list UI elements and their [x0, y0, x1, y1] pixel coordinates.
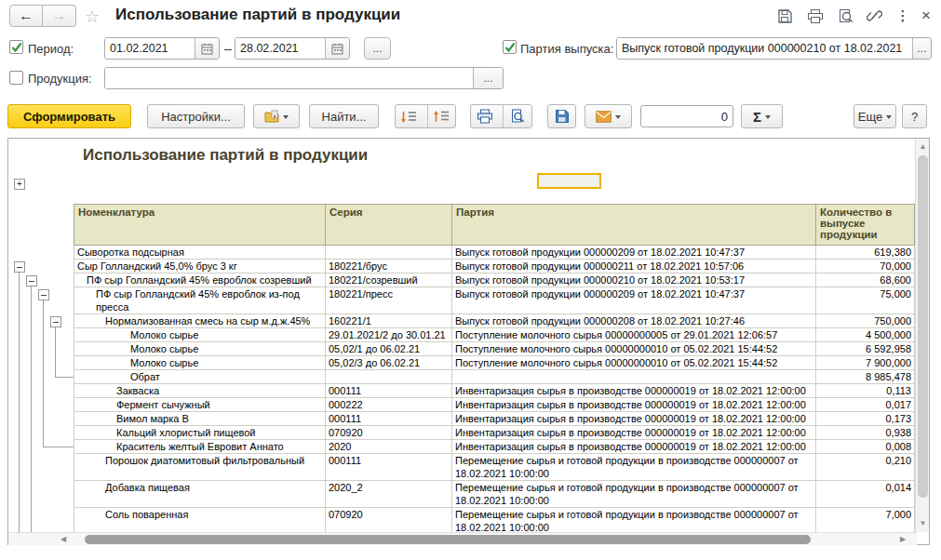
dropdown-caret-icon [765, 115, 771, 122]
horizontal-scrollbar[interactable]: ◀ ▶ [8, 532, 917, 545]
col-header-batch[interactable]: Партия [452, 205, 816, 246]
product-input[interactable] [105, 68, 473, 88]
print-preview-report-button[interactable] [503, 105, 531, 127]
forward-button[interactable]: → [43, 5, 76, 27]
period-from-field-group [104, 37, 220, 60]
close-icon[interactable]: × [917, 7, 935, 24]
table-row[interactable]: Вимол марка В 000111 Инвентаризация сырь… [74, 412, 915, 426]
print-preview-button[interactable] [836, 7, 854, 24]
check-icon [11, 42, 22, 53]
period-dash: – [224, 41, 232, 56]
tree-gutter [8, 204, 74, 532]
table-row[interactable]: Закваска 000111 Инвентаризация сырья в п… [74, 384, 915, 398]
autosum-button[interactable]: Σ [741, 104, 783, 128]
col-header-nomenclature[interactable]: Номенклатура [74, 205, 326, 246]
product-checkbox[interactable] [9, 71, 23, 85]
save-result-button[interactable] [547, 104, 576, 128]
release-batch-field-group: ... [616, 37, 932, 60]
collapse-all-icon [434, 110, 450, 124]
scroll-right-icon[interactable]: ▶ [896, 533, 909, 546]
print-button[interactable] [806, 7, 825, 24]
save-report-button[interactable] [775, 7, 794, 24]
col-header-quantity[interactable]: Количество в выпуске продукции [816, 205, 915, 246]
report-area: + Использование партий в продукции Номен… [7, 138, 930, 545]
report-table: Номенклатура Серия Партия Количество в в… [74, 204, 915, 535]
table-row[interactable]: Фермент сычужный 000222 Инвентаризация с… [74, 398, 915, 412]
release-batch-select-button[interactable]: ... [912, 38, 931, 59]
more-menu-icon[interactable]: ⋮ [894, 7, 912, 24]
more-actions-button[interactable]: Еще [854, 104, 896, 128]
release-batch-label: Партия выпуска: [520, 42, 613, 56]
link-icon [867, 8, 882, 24]
app-window: ← → ☆ Использование партий в продукции ⋮… [0, 0, 941, 560]
back-button[interactable]: ← [9, 5, 43, 27]
period-from-input[interactable] [105, 38, 195, 59]
table-row[interactable]: Соль поваренная 070920 Перемещение сырья… [74, 508, 915, 535]
dropdown-caret-icon [615, 115, 621, 122]
settings-button[interactable]: Настройки... [147, 104, 245, 128]
table-row[interactable]: Молоко сырье 29.01.2021/2 до 30.01.21 По… [74, 328, 915, 342]
table-row[interactable]: ПФ сыр Голландский 45% евроблок созревши… [74, 273, 915, 287]
period-label: Период: [28, 42, 74, 56]
report-title: Использование партий в продукции [83, 146, 368, 165]
column-group-expander[interactable]: + [14, 179, 25, 190]
table-row[interactable]: Сыр Голландский 45,0% брус 3 кг 180221/б… [74, 260, 915, 273]
grid-wrap: Номенклатура Серия Партия Количество в в… [74, 204, 915, 535]
period-checkbox[interactable] [9, 40, 23, 54]
favorite-star-icon[interactable]: ☆ [85, 7, 100, 27]
table-row[interactable]: Добавка пищевая 2020_2 Перемещение сырья… [74, 481, 915, 508]
table-row[interactable]: Краситель желтый Евровит Аннато 2020 Инв… [74, 440, 915, 454]
table-row[interactable]: Молоко сырье 05,02/3 до 06.02.21 Поступл… [74, 356, 915, 370]
print-report-button[interactable] [471, 105, 499, 127]
envelope-icon [596, 111, 612, 123]
floppy-icon [777, 8, 793, 24]
table-row[interactable]: Нормализованная смесь на сыр м.д.ж.45% 1… [74, 314, 915, 328]
release-batch-checkbox[interactable] [503, 40, 517, 54]
forward-icon: → [52, 7, 67, 24]
horizontal-scroll-thumb[interactable] [85, 535, 811, 544]
printer-icon [477, 109, 493, 124]
sum-indicator-field[interactable] [640, 105, 733, 127]
get-link-button[interactable] [865, 7, 883, 24]
window-title: Использование партий в продукции [115, 6, 400, 24]
scroll-down-icon[interactable]: ▼ [916, 517, 930, 530]
period-options-button[interactable]: ... [364, 37, 391, 60]
dropdown-caret-icon [283, 115, 289, 122]
table-row[interactable]: Обрат 8 985,478 [74, 370, 915, 384]
table-row[interactable]: Порошок диатомитовый фильтровальный 0001… [74, 454, 915, 481]
product-select-button[interactable]: ... [473, 68, 503, 88]
period-to-field-group [235, 37, 350, 60]
calendar-icon[interactable] [195, 38, 219, 59]
preview-icon [510, 109, 525, 124]
print-buttons [470, 104, 532, 128]
folder-report-icon [264, 110, 279, 123]
table-row[interactable]: Сыворотка подсырная Выпуск готовой проду… [74, 246, 915, 260]
col-header-series[interactable]: Серия [326, 205, 452, 246]
generate-button[interactable]: Сформировать [7, 104, 131, 128]
table-row[interactable]: Кальций хлористый пищевой 070920 Инвента… [74, 426, 915, 440]
grouping-buttons [395, 104, 456, 128]
period-to-input[interactable] [235, 38, 325, 59]
send-mail-button[interactable] [585, 104, 632, 128]
floppy-icon [555, 109, 570, 124]
check-icon [504, 42, 516, 53]
table-row[interactable]: Молоко сырье 05,02/1 до 06.02.21 Поступл… [74, 342, 915, 356]
scroll-up-icon[interactable]: ▲ [916, 140, 930, 153]
report-variants-button[interactable] [253, 104, 300, 128]
find-button[interactable]: Найти... [309, 104, 379, 128]
vertical-scroll-thumb[interactable] [918, 155, 928, 498]
scroll-left-icon[interactable]: ◀ [57, 533, 70, 546]
sigma-icon: Σ [753, 109, 761, 125]
report-table-body: Сыворотка подсырная Выпуск готовой проду… [74, 246, 915, 535]
table-row[interactable]: ПФ сыр Голландский 45% евроблок из-под п… [74, 287, 915, 314]
release-batch-input[interactable] [617, 38, 912, 59]
help-button[interactable]: ? [902, 104, 927, 128]
table-header-row: Номенклатура Серия Партия Количество в в… [74, 205, 915, 246]
calendar-icon[interactable] [325, 38, 349, 59]
collapse-groups-button[interactable] [427, 105, 455, 127]
expand-groups-button[interactable] [396, 105, 423, 127]
selected-cell[interactable] [537, 173, 601, 189]
vertical-scrollbar[interactable]: ▲ ▼ [915, 139, 929, 532]
product-label: Продукция: [28, 72, 92, 86]
nav-buttons: ← → [9, 5, 76, 27]
